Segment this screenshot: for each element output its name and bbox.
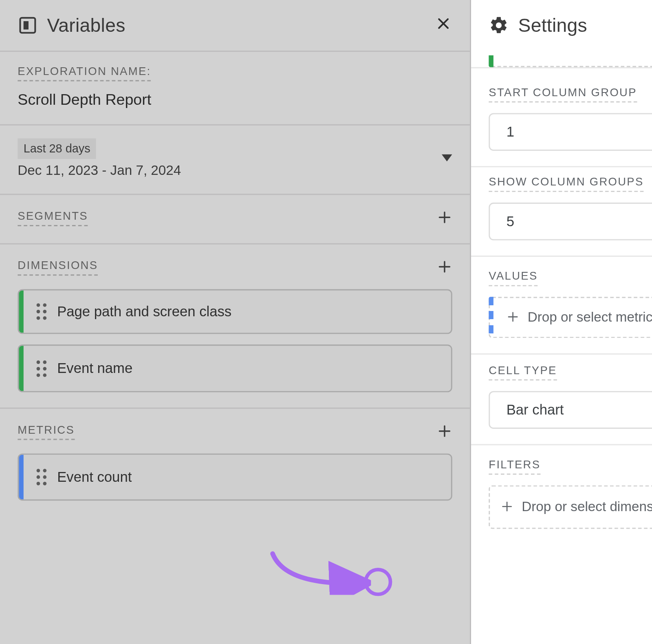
dimensions-section: DIMENSIONS Page path and screen class xyxy=(0,243,470,408)
add-metric-button[interactable] xyxy=(437,421,452,441)
gear-icon xyxy=(489,15,509,35)
cell-type-value: Bar chart xyxy=(502,401,652,418)
filters-dropzone[interactable]: Drop or select dimension or metric xyxy=(489,485,652,529)
start-column-label: START COLUMN GROUP xyxy=(489,86,637,102)
dimensions-label: DIMENSIONS xyxy=(18,259,98,276)
start-column-section: START COLUMN GROUP 1 xyxy=(471,67,652,166)
cell-type-select[interactable]: Bar chart xyxy=(489,391,652,428)
metric-chip-label: Event count xyxy=(55,454,451,499)
svg-marker-4 xyxy=(442,154,452,161)
start-column-value: 1 xyxy=(502,124,652,140)
variables-icon xyxy=(18,15,37,35)
cell-type-label: CELL TYPE xyxy=(489,364,557,380)
previous-dropzone-peek xyxy=(489,59,652,67)
metrics-label: METRICS xyxy=(18,423,75,440)
exploration-name-label: EXPLORATION NAME: xyxy=(18,65,151,81)
show-columns-label: SHOW COLUMN GROUPS xyxy=(489,176,643,192)
metric-stripe xyxy=(19,454,24,499)
show-columns-section: SHOW COLUMN GROUPS 5 xyxy=(471,166,652,256)
variables-header: Variables xyxy=(0,0,470,51)
filters-label: FILTERS xyxy=(489,458,540,474)
segments-label: SEGMENTS xyxy=(18,210,88,226)
drag-handle-icon[interactable] xyxy=(24,303,55,320)
exploration-name-section: EXPLORATION NAME: Scroll Depth Report xyxy=(0,51,470,124)
date-range-value: Dec 11, 2023 - Jan 7, 2024 xyxy=(18,163,181,179)
dimension-chip[interactable]: Event name xyxy=(18,345,452,392)
plus-icon xyxy=(500,497,513,517)
values-label: VALUES xyxy=(489,270,537,286)
close-variables-button[interactable] xyxy=(434,13,454,38)
segments-section: SEGMENTS xyxy=(0,194,470,243)
plus-icon xyxy=(507,307,520,327)
settings-title: Settings xyxy=(518,14,652,36)
date-preset: Last 28 days xyxy=(18,139,96,159)
variables-title: Variables xyxy=(47,14,424,36)
values-section: VALUES Drop or select metric xyxy=(471,256,652,353)
dimension-stripe xyxy=(489,55,493,67)
show-columns-value: 5 xyxy=(502,213,652,229)
exploration-name-value[interactable]: Scroll Depth Report xyxy=(18,91,452,109)
add-segment-button[interactable] xyxy=(437,208,452,228)
svg-rect-1 xyxy=(24,21,29,29)
dimension-stripe xyxy=(19,346,24,391)
chevron-down-icon xyxy=(442,153,452,164)
metric-chip[interactable]: Event count xyxy=(18,453,452,501)
values-dropzone[interactable]: Drop or select metric xyxy=(489,297,652,338)
drag-handle-icon[interactable] xyxy=(24,360,55,377)
date-range-section[interactable]: Last 28 days Dec 11, 2023 - Jan 7, 2024 xyxy=(0,124,470,194)
add-dimension-button[interactable] xyxy=(437,257,452,277)
filters-drop-text: Drop or select dimension or metric xyxy=(522,498,652,516)
settings-header: Settings xyxy=(471,0,652,51)
drag-handle-icon[interactable] xyxy=(24,469,55,485)
dimension-chip-label: Event name xyxy=(55,346,451,391)
metrics-section: METRICS Event count xyxy=(0,408,470,516)
settings-panel: Settings START COLUMN GROUP 1 SHOW COLUM… xyxy=(471,0,652,644)
dimension-chip-label: Page path and screen class xyxy=(55,290,451,333)
cell-type-section: CELL TYPE Bar chart xyxy=(471,353,652,444)
start-column-input[interactable]: 1 xyxy=(489,113,652,150)
values-drop-text: Drop or select metric xyxy=(528,309,652,326)
metric-stripe xyxy=(489,297,493,338)
variables-panel: Variables EXPLORATION NAME: Scroll Depth… xyxy=(0,0,471,644)
show-columns-select[interactable]: 5 xyxy=(489,203,652,240)
dimension-chip[interactable]: Page path and screen class xyxy=(18,289,452,334)
filters-section: FILTERS Drop or select dimension or metr… xyxy=(471,444,652,545)
dimension-stripe xyxy=(19,290,24,333)
